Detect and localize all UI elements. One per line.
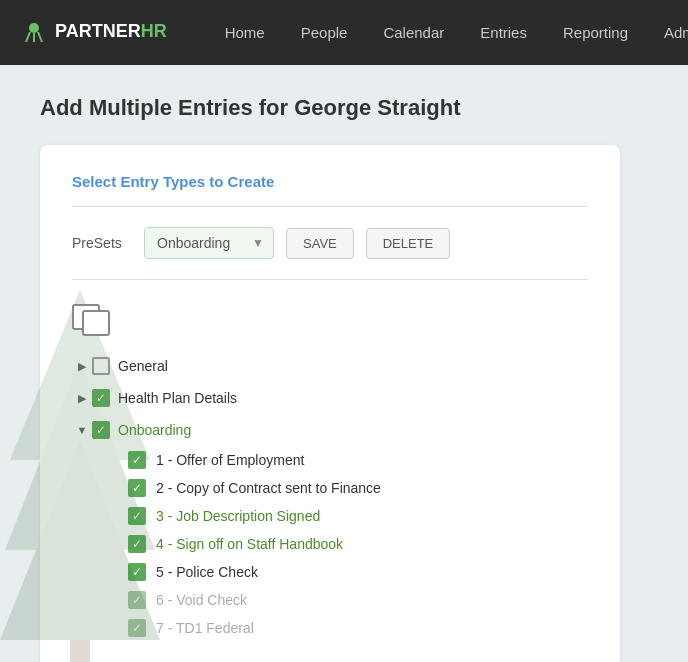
- tree-child-3: ✓ 3 - Job Description Signed: [128, 502, 588, 530]
- checkbox-child-3[interactable]: ✓: [128, 507, 146, 525]
- label-child-1: 1 - Offer of Employment: [156, 452, 304, 468]
- nav-home[interactable]: Home: [207, 0, 283, 65]
- header-link[interactable]: Entry Types: [120, 173, 205, 190]
- tree-child-7: ✓ 7 - TD1 Federal: [128, 614, 588, 642]
- tree-icons: ✓: [72, 304, 588, 336]
- nav-list: Home People Calendar Entries Reporting A…: [207, 0, 688, 65]
- label-child-3: 3 - Job Description Signed: [156, 508, 320, 524]
- delete-button[interactable]: DELETE: [366, 228, 451, 259]
- label-child-7: 7 - TD1 Federal: [156, 620, 254, 636]
- entry-card: Select Entry Types to Create PreSets Onb…: [40, 145, 620, 662]
- card-header: Select Entry Types to Create: [72, 173, 588, 207]
- logo-highlight: HR: [141, 21, 167, 41]
- svg-point-0: [29, 23, 39, 33]
- header-suffix: to Create: [205, 173, 274, 190]
- label-child-4: 4 - Sign off on Staff Handbook: [156, 536, 343, 552]
- checkbox-health[interactable]: ✓: [92, 389, 110, 407]
- label-general: General: [118, 358, 168, 374]
- preset-select[interactable]: Onboarding: [144, 227, 274, 259]
- tree-child-1: ✓ 1 - Offer of Employment: [128, 446, 588, 474]
- tree-child-5: ✓ 5 - Police Check: [128, 558, 588, 586]
- label-onboarding: Onboarding: [118, 422, 191, 438]
- save-button[interactable]: SAVE: [286, 228, 354, 259]
- main-content: Add Multiple Entries for George Straight…: [0, 65, 688, 662]
- checkbox-general[interactable]: [92, 357, 110, 375]
- checkbox-onboarding[interactable]: ✓: [92, 421, 110, 439]
- logo: PARTNERHR: [20, 21, 167, 43]
- tree-child-6: ✓ 6 - Void Check: [128, 586, 588, 614]
- tree: ▶ General ▶ ✓ Health Plan Details ▼ ✓ On…: [72, 350, 588, 642]
- label-child-6: 6 - Void Check: [156, 592, 247, 608]
- tree-item-onboarding: ▼ ✓ Onboarding: [72, 414, 588, 446]
- nav-entries[interactable]: Entries: [462, 0, 545, 65]
- onboarding-children: ✓ 1 - Offer of Employment ✓ 2 - Copy of …: [72, 446, 588, 642]
- checkbox-child-7[interactable]: ✓: [128, 619, 146, 637]
- checkbox-child-2[interactable]: ✓: [128, 479, 146, 497]
- tree-item-general: ▶ General: [72, 350, 588, 382]
- preset-select-wrapper[interactable]: Onboarding ▼: [144, 227, 274, 259]
- tree-child-2: ✓ 2 - Copy of Contract sent to Finance: [128, 474, 588, 502]
- logo-icon: [20, 22, 48, 44]
- header-text: Select: [72, 173, 120, 190]
- checkbox-child-5[interactable]: ✓: [128, 563, 146, 581]
- checkbox-child-1[interactable]: ✓: [128, 451, 146, 469]
- label-child-2: 2 - Copy of Contract sent to Finance: [156, 480, 381, 496]
- toggle-general[interactable]: ▶: [72, 356, 92, 376]
- checkbox-child-4[interactable]: ✓: [128, 535, 146, 553]
- checkbox-child-6[interactable]: ✓: [128, 591, 146, 609]
- navbar: PARTNERHR Home People Calendar Entries R…: [0, 0, 688, 65]
- label-health: Health Plan Details: [118, 390, 237, 406]
- toggle-onboarding[interactable]: ▼: [72, 420, 92, 440]
- presets-row: PreSets Onboarding ▼ SAVE DELETE: [72, 227, 588, 280]
- tree-item-health: ▶ ✓ Health Plan Details: [72, 382, 588, 414]
- presets-label: PreSets: [72, 235, 132, 251]
- tree-child-4: ✓ 4 - Sign off on Staff Handbook: [128, 530, 588, 558]
- svg-line-1: [26, 32, 30, 42]
- nav-calendar[interactable]: Calendar: [365, 0, 462, 65]
- svg-line-2: [38, 32, 42, 42]
- nav-reporting[interactable]: Reporting: [545, 0, 646, 65]
- nav-admin[interactable]: Admin ▼: [646, 0, 688, 65]
- toggle-health[interactable]: ▶: [72, 388, 92, 408]
- page-title: Add Multiple Entries for George Straight: [40, 95, 648, 121]
- copy-all-icon: [82, 310, 110, 336]
- label-child-5: 5 - Police Check: [156, 564, 258, 580]
- nav-people[interactable]: People: [283, 0, 366, 65]
